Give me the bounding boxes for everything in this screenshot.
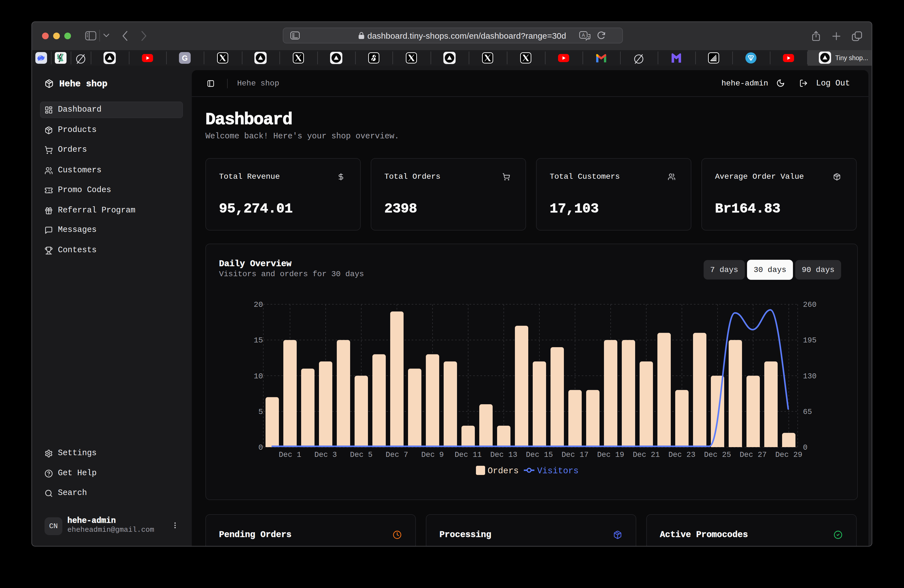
svg-text:Orders: Orders: [488, 466, 519, 476]
svg-text:Dec 21: Dec 21: [633, 451, 660, 459]
svg-text:Dec 9: Dec 9: [421, 451, 444, 459]
svg-text:195: 195: [803, 336, 817, 345]
svg-text:Dec 15: Dec 15: [526, 451, 553, 459]
svg-text:G: G: [182, 54, 188, 62]
svg-text:Dec 19: Dec 19: [597, 451, 624, 459]
svg-text:5: 5: [258, 408, 263, 416]
svg-text:130: 130: [803, 372, 817, 381]
svg-text:A: A: [582, 33, 585, 38]
svg-text:Dec 1: Dec 1: [278, 451, 301, 459]
svg-text:10: 10: [254, 372, 263, 381]
svg-text:Dec 29: Dec 29: [775, 451, 802, 459]
svg-text:Dec 13: Dec 13: [490, 451, 517, 459]
svg-text:Dec 3: Dec 3: [314, 451, 337, 459]
svg-text:Dec 23: Dec 23: [668, 451, 695, 459]
svg-text:15: 15: [254, 336, 263, 345]
svg-text:文: 文: [587, 35, 590, 39]
svg-text:20: 20: [254, 300, 263, 309]
svg-text:0: 0: [258, 443, 263, 452]
svg-text:260: 260: [803, 301, 817, 309]
svg-text:Dec 25: Dec 25: [704, 451, 731, 459]
svg-text:Dec 27: Dec 27: [740, 451, 767, 459]
svg-text:Dec 11: Dec 11: [455, 451, 482, 459]
svg-text:Dec 5: Dec 5: [350, 451, 372, 459]
svg-text:Visitors: Visitors: [537, 466, 578, 476]
svg-text:Dec 7: Dec 7: [386, 451, 408, 459]
svg-text:0: 0: [803, 444, 808, 452]
svg-text:65: 65: [803, 408, 812, 416]
svg-text:Dec 17: Dec 17: [561, 451, 588, 459]
